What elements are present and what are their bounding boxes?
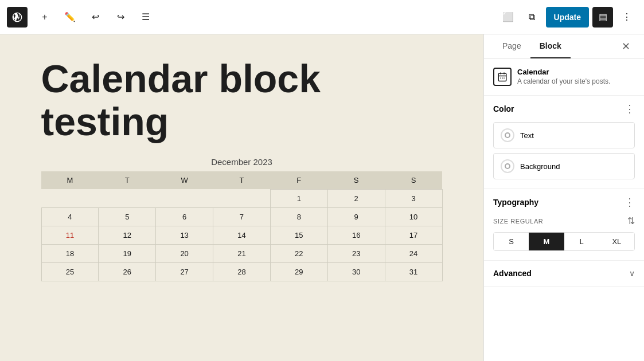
calendar-thead: MTWTFSS xyxy=(41,171,442,190)
calendar-cell: 9 xyxy=(327,207,385,226)
advanced-panel: Advanced ∨ xyxy=(484,261,644,287)
calendar-cell: 22 xyxy=(270,244,327,262)
size-buttons: SMLXL xyxy=(493,232,635,251)
preview-external-button[interactable]: ⧉ xyxy=(522,7,542,28)
calendar-icon xyxy=(497,72,508,82)
main-content: Calendar block testing December 2023 MTW… xyxy=(0,34,483,361)
calendar-container: December 2023 MTWTFSS 123456789101112131… xyxy=(41,157,443,281)
calendar-cell: 16 xyxy=(327,226,385,244)
preview-desktop-button[interactable]: ⬜ xyxy=(498,7,518,28)
calendar-cell: 15 xyxy=(270,226,327,244)
calendar-cell xyxy=(156,189,213,207)
page-title: Calendar block testing xyxy=(41,57,443,143)
calendar-header-cell: S xyxy=(327,171,385,190)
calendar-cell: 26 xyxy=(99,262,156,281)
advanced-chevron-icon: ∨ xyxy=(629,269,635,278)
svg-rect-6 xyxy=(504,78,505,79)
calendar-cell: 6 xyxy=(156,207,213,226)
calendar-caption: December 2023 xyxy=(41,157,443,167)
color-panel-header[interactable]: Color ⋮ xyxy=(484,96,644,122)
background-color-circle xyxy=(501,159,514,173)
add-button[interactable]: + xyxy=(34,7,55,28)
size-label: SIZE REGULAR xyxy=(493,218,543,225)
calendar-header-cell: T xyxy=(213,171,271,190)
calendar-cell: 13 xyxy=(156,226,213,244)
background-color-circle-inner xyxy=(505,163,510,169)
options-button[interactable]: ⋮ xyxy=(616,7,637,28)
calendar-cell: 27 xyxy=(156,262,213,281)
color-panel-title: Color xyxy=(493,104,514,113)
topbar: + ✏️ ↩ ↪ ☰ ⬜ ⧉ Update ▤ ⋮ xyxy=(0,0,644,34)
color-options: Text Background xyxy=(484,122,644,189)
calendar-cell: 28 xyxy=(213,262,271,281)
color-panel: Color ⋮ Text Background xyxy=(484,96,644,189)
calendar-header-cell: F xyxy=(270,171,327,190)
update-button[interactable]: Update xyxy=(546,7,589,28)
color-more-button[interactable]: ⋮ xyxy=(625,104,635,114)
size-btn-l[interactable]: L xyxy=(564,233,599,250)
block-info-text: Calendar A calendar of your site's posts… xyxy=(517,68,610,85)
calendar-header-cell: M xyxy=(41,171,99,190)
svg-rect-4 xyxy=(500,78,501,79)
sidebar-close-button[interactable]: ✕ xyxy=(617,34,635,58)
tab-block[interactable]: Block xyxy=(530,34,571,58)
calendar-row: 123 xyxy=(41,189,442,207)
calendar-cell: 7 xyxy=(213,207,271,226)
calendar-cell: 21 xyxy=(213,244,271,262)
calendar-cell: 31 xyxy=(385,262,442,281)
calendar-cell: 20 xyxy=(156,244,213,262)
calendar-cell: 4 xyxy=(41,207,99,226)
typography-more-button[interactable]: ⋮ xyxy=(625,197,635,207)
calendar-cell: 29 xyxy=(270,262,327,281)
calendar-cell: 5 xyxy=(99,207,156,226)
calendar-cell: 19 xyxy=(99,244,156,262)
text-color-circle xyxy=(501,128,514,142)
redo-button[interactable]: ↪ xyxy=(110,7,131,28)
text-color-label: Text xyxy=(520,131,534,140)
calendar-cell xyxy=(99,189,156,207)
calendar-row: 25262728293031 xyxy=(41,262,442,281)
block-description: A calendar of your site's posts. xyxy=(517,77,610,85)
sidebar-tabs: Page Block ✕ xyxy=(484,34,644,58)
topbar-right: ⬜ ⧉ Update ▤ ⋮ xyxy=(498,7,637,28)
svg-rect-0 xyxy=(498,73,506,81)
list-view-button[interactable]: ☰ xyxy=(135,7,156,28)
typography-section: SIZE REGULAR ⇅ SMLXL xyxy=(484,215,644,260)
calendar-cell: 23 xyxy=(327,244,385,262)
calendar-header-cell: S xyxy=(385,171,442,190)
calendar-cell xyxy=(213,189,271,207)
calendar-block-icon xyxy=(493,68,512,86)
advanced-panel-header[interactable]: Advanced ∨ xyxy=(484,261,644,286)
tab-page[interactable]: Page xyxy=(493,34,530,58)
calendar-cell: 30 xyxy=(327,262,385,281)
calendar-header-cell: W xyxy=(156,171,213,190)
calendar-body: 1234567891011121314151617181920212223242… xyxy=(41,189,442,281)
calendar-cell: 8 xyxy=(270,207,327,226)
size-btn-s[interactable]: S xyxy=(494,233,529,250)
size-adjust-button[interactable]: ⇅ xyxy=(627,215,635,226)
calendar-header-cell: T xyxy=(99,171,156,190)
calendar-row: 45678910 xyxy=(41,207,442,226)
calendar-cell: 10 xyxy=(385,207,442,226)
sidebar-toggle-button[interactable]: ▤ xyxy=(592,7,613,28)
text-color-circle-inner xyxy=(505,132,510,138)
calendar-cell: 17 xyxy=(385,226,442,244)
typography-panel-header[interactable]: Typography ⋮ xyxy=(484,189,644,215)
wp-logo xyxy=(7,7,28,28)
svg-rect-5 xyxy=(502,78,503,79)
size-btn-m[interactable]: M xyxy=(529,233,564,250)
calendar-row: 18192021222324 xyxy=(41,244,442,262)
background-color-option[interactable]: Background xyxy=(493,153,635,179)
calendar-cell: 2 xyxy=(327,189,385,207)
text-color-option[interactable]: Text xyxy=(493,122,635,148)
content-inner: Calendar block testing December 2023 MTW… xyxy=(41,57,443,281)
wordpress-icon xyxy=(11,11,23,23)
block-name: Calendar xyxy=(517,68,610,76)
calendar-row: 11121314151617 xyxy=(41,226,442,244)
calendar-cell: 3 xyxy=(385,189,442,207)
undo-button[interactable]: ↩ xyxy=(85,7,106,28)
calendar-cell: 12 xyxy=(99,226,156,244)
size-btn-xl[interactable]: XL xyxy=(599,233,634,250)
edit-button[interactable]: ✏️ xyxy=(60,7,80,28)
calendar-table: MTWTFSS 12345678910111213141516171819202… xyxy=(41,171,443,281)
